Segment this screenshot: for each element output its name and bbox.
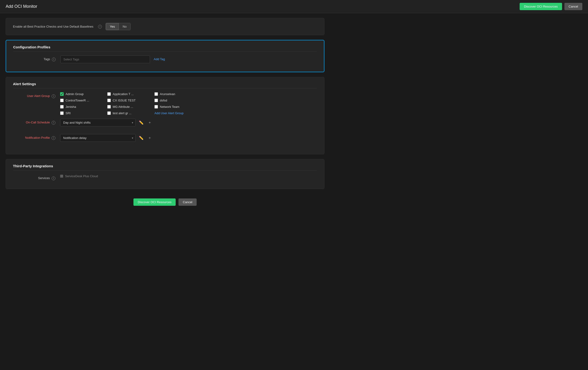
checkbox-testalert[interactable]: test alert gr ... <box>107 111 154 115</box>
on-call-schedule-row: On-Call Schedule i Day and Night shifts … <box>13 119 317 130</box>
third-party-title: Third-Party Integrations <box>13 164 317 171</box>
header-actions: Discover OCI Resources Cancel <box>520 3 582 10</box>
checkbox-jenisha[interactable]: Jenisha <box>60 105 107 109</box>
tags-input[interactable] <box>60 55 150 63</box>
bottom-actions: Discover OCI Resources Cancel <box>6 194 325 210</box>
notification-profile-select[interactable]: Notification delay <box>60 134 136 142</box>
tags-label: Tags i <box>13 55 60 61</box>
notification-info-icon[interactable]: i <box>52 136 55 140</box>
add-tag-link[interactable]: Add Tag <box>154 55 165 61</box>
best-practice-row: Enable all Best Practice Checks and Use … <box>13 23 317 30</box>
services-label: Services i <box>13 174 60 180</box>
checkboxes-area: Admin Group Application T ... Arunselvan… <box>60 92 317 115</box>
services-info-icon[interactable]: i <box>52 176 55 180</box>
on-call-add-button[interactable]: ＋ <box>147 119 153 126</box>
on-call-schedule-label: On-Call Schedule i <box>13 119 60 125</box>
checkbox-application[interactable]: Application T ... <box>107 92 154 96</box>
config-profiles-section: Configuration Profiles Tags i Add Tag <box>6 40 325 72</box>
notification-dropdown-wrapper: Notification delay <box>60 134 136 142</box>
checkbox-controltower[interactable]: ControlTowerR ... <box>60 99 107 102</box>
notification-add-button[interactable]: ＋ <box>147 134 153 141</box>
notification-profile-row: Notification Profile i Notification dela… <box>13 134 317 146</box>
checkboxes-container: Admin Group Application T ... Arunselvan… <box>60 92 317 115</box>
alert-settings-title: Alert Settings <box>13 82 317 88</box>
service-row: ServiceDesk Plus Cloud <box>60 174 98 178</box>
checkbox-sri[interactable]: SRI <box>60 111 107 115</box>
checkbox-dsfsd[interactable]: dsfsd <box>154 99 202 102</box>
on-call-dropdown-wrapper: Day and Night shifts <box>60 119 136 127</box>
notification-profile-label: Notification Profile i <box>13 134 60 140</box>
best-practice-section: Enable all Best Practice Checks and Use … <box>6 18 325 35</box>
on-call-schedule-select[interactable]: Day and Night shifts <box>60 119 136 127</box>
discover-oci-header-button[interactable]: Discover OCI Resources <box>520 3 562 10</box>
checkbox-mgattribute[interactable]: MG Attribute ... <box>107 105 154 109</box>
main-content: Enable all Best Practice Checks and Use … <box>0 13 330 215</box>
discover-oci-bottom-button[interactable]: Discover OCI Resources <box>133 198 176 206</box>
servicedesk-label: ServiceDesk Plus Cloud <box>65 174 98 178</box>
on-call-edit-button[interactable]: ✏️ <box>138 120 145 126</box>
on-call-info-icon[interactable]: i <box>52 121 55 125</box>
yes-no-toggle: Yes No <box>106 23 131 30</box>
best-practice-info-icon[interactable]: i <box>98 25 102 29</box>
cancel-bottom-button[interactable]: Cancel <box>178 198 196 206</box>
notification-edit-button[interactable]: ✏️ <box>138 135 145 141</box>
user-alert-group-row: User Alert Group i Admin Group Applicati… <box>13 92 317 115</box>
yes-button[interactable]: Yes <box>106 23 119 30</box>
checkbox-admin-group[interactable]: Admin Group <box>60 92 107 96</box>
config-profiles-title: Configuration Profiles <box>13 45 317 52</box>
servicedesk-checkbox <box>60 175 63 178</box>
add-user-alert-group-link[interactable]: Add User Alert Group <box>154 111 202 115</box>
alert-settings-section: Alert Settings User Alert Group i Admin … <box>6 77 325 154</box>
tags-row: Tags i Add Tag <box>13 55 317 63</box>
user-alert-info-icon[interactable]: i <box>52 94 55 98</box>
checkbox-arunselvan[interactable]: Arunselvan <box>154 92 202 96</box>
checkbox-networkteam[interactable]: Network Team <box>154 105 202 109</box>
page-header: Add OCI Monitor Discover OCI Resources C… <box>0 0 588 13</box>
user-alert-group-label: User Alert Group i <box>13 92 60 98</box>
best-practice-label: Enable all Best Practice Checks and Use … <box>13 25 93 28</box>
cancel-header-button[interactable]: Cancel <box>564 3 582 10</box>
checkbox-cxissue[interactable]: CX ISSUE TEST <box>107 99 154 102</box>
notification-dropdown-row: Notification delay ✏️ ＋ <box>60 134 153 142</box>
page-title: Add OCI Monitor <box>6 4 37 9</box>
third-party-section: Third-Party Integrations Services i Serv… <box>6 159 325 189</box>
on-call-dropdown-row: Day and Night shifts ✏️ ＋ <box>60 119 153 127</box>
services-row: Services i ServiceDesk Plus Cloud <box>13 174 317 180</box>
no-button[interactable]: No <box>119 23 130 30</box>
tags-info-icon[interactable]: i <box>52 58 56 61</box>
